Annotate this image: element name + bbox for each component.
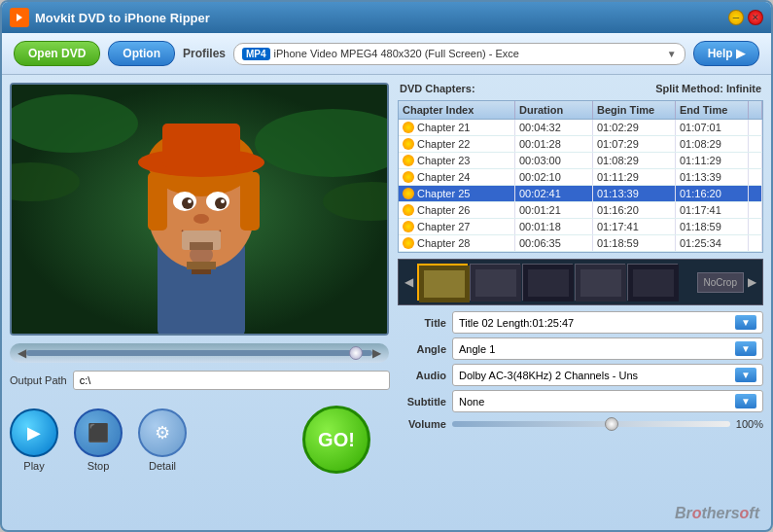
end-time-cell: 01:17:41 [676,202,749,218]
volume-percent: 100% [736,418,763,430]
subtitle-setting-label: Subtitle [398,396,446,408]
svg-rect-28 [475,269,516,297]
volume-thumb[interactable] [605,417,618,431]
detail-control[interactable]: ⚙ Detail [138,408,187,472]
table-row[interactable]: Chapter 28 00:06:35 01:18:59 01:25:34 [399,235,762,252]
seek-thumb[interactable] [349,346,363,360]
row-scroll [749,235,762,251]
duration-cell: 00:04:32 [515,120,593,135]
end-time-cell: 01:08:29 [676,136,749,152]
open-dvd-button[interactable]: Open DVD [14,41,100,66]
audio-setting-value: Dolby AC-3(48KHz) 2 Channels - Uns [459,370,735,381]
end-time-cell: 01:25:34 [676,235,749,251]
angle-dropdown-button[interactable]: ▼ [735,341,756,356]
begin-time-cell: 01:17:41 [593,219,676,234]
toolbar: Open DVD Option Profiles MP4 iPhone Vide… [2,33,771,75]
profile-dropdown-arrow[interactable]: ▼ [667,49,677,59]
option-button[interactable]: Option [108,41,175,66]
help-button[interactable]: Help ▶ [693,41,759,66]
svg-rect-32 [580,269,621,297]
chapter-index-cell: Chapter 25 [399,186,515,201]
table-row[interactable]: Chapter 23 00:03:00 01:08:29 01:11:29 [399,153,762,169]
volume-label: Volume [398,418,446,430]
subtitle-setting-control[interactable]: None ▼ [452,390,763,412]
table-row[interactable]: Chapter 22 00:01:28 01:07:29 01:08:29 [399,136,762,153]
subtitle-setting-value: None [459,396,735,408]
audio-dropdown-button[interactable]: ▼ [735,368,756,382]
table-row[interactable]: Chapter 24 00:02:10 01:11:29 01:13:39 [399,169,762,186]
angle-setting-control[interactable]: Angle 1 ▼ [452,337,763,360]
svg-rect-23 [187,262,216,269]
chapter-icon [403,204,414,216]
col-scroll [749,101,762,119]
row-scroll [749,120,762,135]
go-button[interactable]: GO! [302,406,370,474]
stop-control[interactable]: ⬛ Stop [74,408,123,472]
main-window: Movkit DVD to iPhone Ripper ─ ✕ Open DVD… [0,0,773,532]
audio-setting-control[interactable]: Dolby AC-3(48KHz) 2 Channels - Uns ▼ [452,364,763,386]
minimize-button[interactable]: ─ [728,10,744,25]
chapter-icon [403,122,414,133]
filmstrip-left-arrow[interactable]: ◀ [403,275,415,289]
output-path-input[interactable] [73,371,390,390]
chapter-icon [403,221,414,232]
film-thumb-3[interactable] [522,264,573,301]
film-thumb-4[interactable] [575,264,625,301]
seek-track[interactable] [26,350,372,356]
profile-text: iPhone Video MPEG4 480x320 (Full Screen)… [274,48,663,59]
begin-time-cell: 01:16:20 [593,202,676,218]
svg-point-15 [182,197,193,209]
main-content: ◀ ▶ Output Path ▶ Play ⬛ Stop [2,75,771,530]
title-setting-label: Title [398,317,446,329]
subtitle-dropdown-button[interactable]: ▼ [735,394,756,408]
split-method-label: Split Method: Infinite [655,83,761,94]
chapter-icon [403,188,414,199]
begin-time-cell: 01:11:29 [593,169,676,185]
film-thumb-1[interactable] [417,264,468,301]
chapter-index-cell: Chapter 24 [399,169,515,185]
end-time-cell: 01:18:59 [676,219,749,234]
seek-right-arrow[interactable]: ▶ [372,346,381,360]
col-chapter-index: Chapter Index [399,101,515,119]
begin-time-cell: 01:13:39 [593,186,676,201]
duration-cell: 00:01:21 [515,202,593,218]
detail-button-circle[interactable]: ⚙ [138,408,187,457]
title-setting-value: Title 02 Length:01:25:47 [459,317,735,329]
row-scroll [749,186,762,201]
duration-cell: 00:02:10 [515,169,593,185]
volume-track[interactable] [452,421,730,427]
title-setting-control[interactable]: Title 02 Length:01:25:47 ▼ [452,311,763,334]
seek-bar[interactable]: ◀ ▶ [10,343,389,363]
duration-cell: 00:03:00 [515,153,593,168]
audio-setting-row: Audio Dolby AC-3(48KHz) 2 Channels - Uns… [398,364,763,386]
begin-time-cell: 01:02:29 [593,120,676,135]
chapter-icon [403,171,414,183]
watermark: Brothersoft [675,505,759,521]
nocrop-button[interactable]: NoCrop [697,272,744,293]
table-row[interactable]: Chapter 21 00:04:32 01:02:29 01:07:01 [399,120,762,136]
title-dropdown-button[interactable]: ▼ [735,315,756,330]
svg-point-16 [215,197,227,209]
close-button[interactable]: ✕ [748,10,763,25]
play-control[interactable]: ▶ Play [10,408,58,472]
angle-setting-value: Angle 1 [459,343,735,355]
angle-setting-label: Angle [398,343,446,355]
video-preview [10,83,389,336]
stop-button-circle[interactable]: ⬛ [74,408,123,457]
profile-selector[interactable]: MP4 iPhone Video MPEG4 480x320 (Full Scr… [233,43,685,65]
filmstrip-right-arrow[interactable]: ▶ [746,275,758,289]
svg-rect-22 [190,242,213,250]
app-icon [10,8,29,27]
filmstrip-row: ◀ NoCrop ▶ [398,259,763,305]
table-row[interactable]: Chapter 26 00:01:21 01:16:20 01:17:41 [399,202,762,219]
play-button-circle[interactable]: ▶ [10,408,58,457]
film-thumb-5[interactable] [627,264,678,301]
begin-time-cell: 01:07:29 [593,136,676,152]
table-row[interactable]: Chapter 27 00:01:18 01:17:41 01:18:59 [399,219,762,235]
dvd-chapters-label: DVD Chapters: [400,83,475,94]
seek-left-arrow[interactable]: ◀ [18,346,26,360]
begin-time-cell: 01:08:29 [593,153,676,168]
film-thumb-2[interactable] [470,264,520,301]
table-row[interactable]: Chapter 25 00:02:41 01:13:39 01:16:20 [399,186,762,202]
end-time-cell: 01:16:20 [676,186,749,201]
